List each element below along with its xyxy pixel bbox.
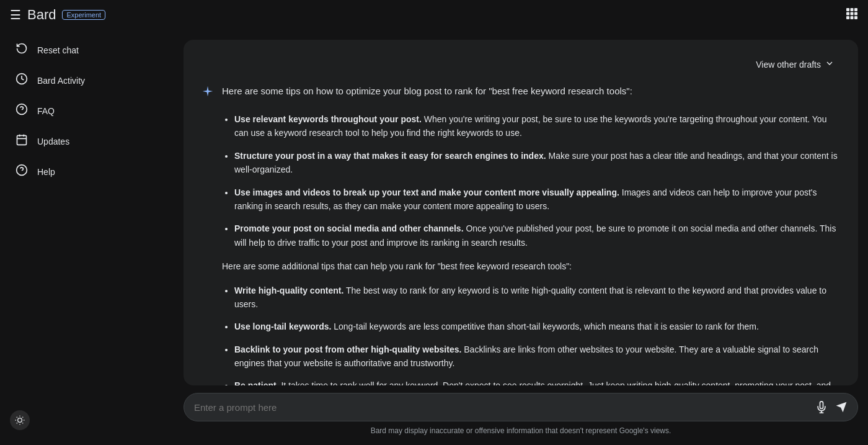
sidebar-item-reset-chat[interactable]: Reset chat (5, 36, 169, 64)
bard-activity-icon (15, 73, 29, 88)
menu-icon[interactable]: ☰ (10, 7, 21, 22)
additional-tips-list: Write high-quality content. The best way… (234, 284, 841, 385)
svg-rect-12 (17, 135, 27, 145)
response-body: Use relevant keywords throughout your po… (201, 112, 841, 385)
view-drafts-button[interactable]: View other drafts (750, 55, 841, 74)
svg-rect-5 (854, 12, 857, 15)
list-item: Use relevant keywords throughout your po… (234, 112, 841, 140)
list-item: Promote your post on social media and ot… (234, 222, 841, 249)
view-drafts-label: View other drafts (756, 60, 821, 70)
svg-rect-4 (851, 12, 854, 15)
topbar-left: ☰ Bard Experiment (10, 7, 105, 23)
help-icon (15, 164, 29, 179)
svg-rect-7 (851, 16, 854, 19)
updates-icon (15, 133, 29, 149)
list-item: Backlink to your post from other high-qu… (234, 343, 841, 371)
updates-label: Updates (37, 137, 69, 146)
topbar: ☰ Bard Experiment (0, 0, 868, 30)
svg-rect-8 (854, 16, 857, 19)
svg-line-25 (17, 423, 17, 423)
main-layout: Reset chat Bard Activity FAQ (0, 30, 868, 445)
view-drafts-bar: View other drafts (201, 55, 841, 74)
faq-label: FAQ (37, 106, 55, 116)
svg-line-26 (22, 417, 23, 418)
bard-activity-label: Bard Activity (37, 76, 85, 86)
disclaimer: Bard may display inaccurate or offensive… (184, 426, 858, 440)
svg-point-18 (18, 418, 22, 423)
content-area: View other drafts (174, 30, 868, 445)
sidebar-bottom (0, 400, 174, 440)
svg-line-21 (17, 417, 17, 418)
svg-rect-0 (846, 8, 849, 11)
bard-sparkle-icon (201, 85, 215, 102)
list-item: Be patient. It takes time to rank well f… (234, 379, 841, 385)
svg-rect-2 (854, 8, 857, 11)
topbar-right (846, 7, 858, 23)
sidebar: Reset chat Bard Activity FAQ (0, 30, 174, 445)
input-area: Bard may display inaccurate or offensive… (184, 385, 858, 445)
experiment-badge: Experiment (62, 10, 105, 20)
response-card[interactable]: View other drafts (184, 40, 858, 385)
tips-list: Use relevant keywords throughout your po… (234, 112, 841, 249)
list-item: Write high-quality content. The best way… (234, 284, 841, 312)
prompt-input[interactable] (194, 402, 808, 413)
send-button[interactable] (835, 401, 848, 413)
svg-line-22 (22, 423, 23, 423)
apps-icon[interactable] (846, 7, 858, 23)
chevron-down-icon (825, 58, 835, 70)
svg-rect-6 (846, 16, 849, 19)
faq-icon (15, 103, 29, 119)
additional-intro: Here are some additional tips that can h… (222, 259, 841, 273)
help-label: Help (37, 167, 55, 177)
reset-chat-icon (15, 42, 29, 58)
sidebar-item-help[interactable]: Help (5, 158, 169, 186)
dark-mode-toggle[interactable] (10, 410, 30, 430)
list-item: Use images and videos to break up your t… (234, 186, 841, 214)
svg-rect-3 (846, 12, 849, 15)
sidebar-item-bard-activity[interactable]: Bard Activity (5, 66, 169, 94)
response-header: Here are some tips on how to optimize yo… (201, 84, 841, 102)
list-item: Use long-tail keywords. Long-tail keywor… (234, 320, 841, 333)
sidebar-item-faq[interactable]: FAQ (5, 97, 169, 125)
list-item: Structure your post in a way that makes … (234, 149, 841, 177)
mic-button[interactable] (815, 401, 828, 413)
brand-name: Bard (27, 7, 56, 23)
chat-container: View other drafts (184, 40, 858, 385)
reset-chat-label: Reset chat (37, 45, 79, 55)
sidebar-item-updates[interactable]: Updates (5, 127, 169, 155)
response-intro: Here are some tips on how to optimize yo… (222, 84, 632, 99)
svg-rect-1 (851, 8, 854, 11)
input-wrapper (184, 393, 858, 421)
